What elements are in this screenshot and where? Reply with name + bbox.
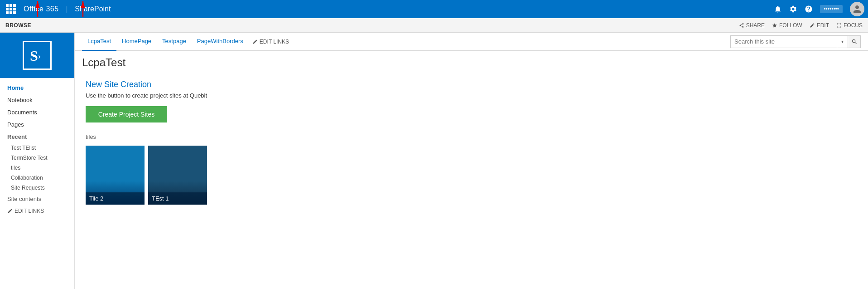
annotation-arrows [0,0,868,18]
waffle-dot [10,8,12,10]
edit-label: EDIT [817,22,829,29]
waffle-dot [6,11,9,14]
svg-text:S: S [30,48,38,64]
browse-bar-actions: SHARE FOLLOW EDIT FOCUS [739,22,863,29]
sharepoint-s-icon: S › [28,46,46,64]
search-box-container: ▾ [730,35,861,48]
create-project-sites-button[interactable]: Create Project Sites [86,106,167,122]
sidebar-logo: S › [0,33,74,78]
tile-2-label: TEst 1 [148,192,207,205]
sp-logo-box: S › [23,41,52,70]
focus-action[interactable]: FOCUS [836,22,863,29]
tiles-container: Tile 2 TEst 1 [86,146,857,205]
share-label: SHARE [746,22,765,29]
tab-testpage[interactable]: Testpage [157,33,192,51]
sidebar-edit-links-label: EDIT LINKS [14,208,44,214]
nav-edit-links-label: EDIT LINKS [260,39,289,45]
search-dropdown-arrow[interactable]: ▾ [837,36,848,48]
nav-edit-icon [252,39,258,44]
settings-gear-icon[interactable] [789,5,797,13]
new-site-creation-description: Use the button to create project sites a… [86,92,857,99]
sidebar-item-collaboration[interactable]: Collaboration [0,173,74,183]
tab-pagewithborders[interactable]: PageWithBorders [192,33,249,51]
edit-links-icon [7,208,13,214]
focus-label: FOCUS [844,22,863,29]
follow-label: FOLLOW [779,22,802,29]
sidebar-navigation: Home Notebook Documents Pages Recent Tes… [0,78,74,220]
page-title: LcpaTest [82,56,861,69]
page-title-section: LcpaTest [75,51,868,73]
sidebar-recent-section: Recent [0,131,74,143]
sharepoint-logo: S › [23,41,52,70]
search-icon [851,39,858,45]
help-question-icon[interactable] [805,5,813,13]
sharepoint-label[interactable]: SharePoint [75,5,111,13]
follow-action[interactable]: FOLLOW [772,22,802,29]
sidebar-item-pages[interactable]: Pages [0,118,74,131]
browse-tab[interactable]: BROWSE [5,22,31,29]
notification-bell-icon[interactable] [774,5,782,13]
search-box: ▾ [730,35,848,48]
share-action[interactable]: SHARE [739,22,765,29]
waffle-dot [13,8,16,10]
sidebar-edit-links[interactable]: EDIT LINKS [0,205,74,217]
sidebar-item-termstore-test[interactable]: TermStore Test [0,153,74,163]
content-area: LcpaTest HomePage Testpage PageWithBorde… [75,33,868,289]
sidebar-item-site-requests[interactable]: Site Requests [0,183,74,193]
waffle-dot [10,4,12,7]
top-bar-left: Office 365 | SharePoint [4,2,111,16]
sidebar-item-test-telist[interactable]: Test TElist [0,143,74,153]
office365-label[interactable]: Office 365 [24,5,59,13]
waffle-dot [10,11,12,14]
sidebar-item-tiles[interactable]: tiles [0,163,74,173]
browse-bar: BROWSE SHARE FOLLOW EDIT FOCUS [0,18,868,33]
edit-action[interactable]: EDIT [810,22,829,29]
top-bar-right: •••••••• [774,2,864,16]
waffle-grid-icon [6,4,16,14]
sidebar: S › Home Notebook Documents Pages Recent… [0,33,75,289]
waffle-dot [6,4,9,7]
search-input[interactable] [731,38,837,45]
top-bar: Office 365 | SharePoint •••••••• [0,0,868,18]
title-divider: | [66,5,68,13]
tab-lcpatest[interactable]: LcpaTest [82,33,116,51]
main-content: New Site Creation Use the button to crea… [75,73,868,212]
user-avatar[interactable] [850,2,864,16]
search-button[interactable] [848,35,861,48]
tab-homepage[interactable]: HomePage [116,33,157,51]
main-layout: S › Home Notebook Documents Pages Recent… [0,33,868,289]
sidebar-item-home[interactable]: Home [0,82,74,94]
user-name-label[interactable]: •••••••• [820,5,843,13]
waffle-dot [6,8,9,10]
tile-1[interactable]: Tile 2 [86,146,145,205]
nav-edit-links[interactable]: EDIT LINKS [252,39,289,45]
tile-1-label: Tile 2 [86,192,145,205]
waffle-dot [13,4,16,7]
waffle-dot [13,11,16,14]
tiles-section-label: tiles [86,133,857,140]
sidebar-item-site-contents[interactable]: Site contents [0,193,74,205]
content-nav: LcpaTest HomePage Testpage PageWithBorde… [75,33,868,51]
svg-text:›: › [38,52,41,61]
sidebar-item-documents[interactable]: Documents [0,106,74,118]
new-site-creation-title: New Site Creation [86,80,857,89]
username-text: •••••••• [824,6,839,12]
app-grid-button[interactable] [4,2,18,16]
tile-2[interactable]: TEst 1 [148,146,207,205]
sidebar-item-notebook[interactable]: Notebook [0,94,74,106]
